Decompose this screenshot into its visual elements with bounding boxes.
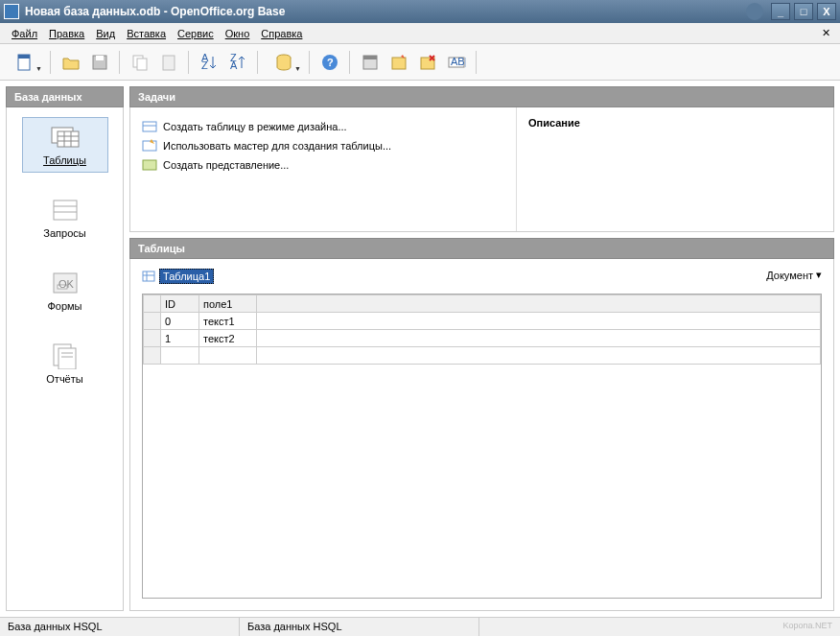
maximize-button[interactable]: □	[794, 3, 813, 20]
svg-text:AB|: AB|	[451, 56, 466, 67]
menu-insert[interactable]: Вставка	[121, 26, 172, 41]
svg-rect-36	[143, 122, 156, 131]
svg-rect-33	[58, 348, 76, 369]
tasks-list: Создать таблицу в режиме дизайна... Испо…	[130, 107, 517, 231]
svg-text:A: A	[230, 59, 238, 71]
table-row[interactable]: 1 текст2	[144, 330, 821, 347]
cell-id[interactable]: 1	[161, 330, 199, 347]
form-button[interactable]	[357, 49, 384, 76]
menu-view[interactable]: Вид	[90, 26, 121, 41]
nav-tables[interactable]: Таблицы	[22, 117, 108, 173]
separator	[476, 51, 478, 74]
menu-window[interactable]: Окно	[220, 26, 256, 41]
new-doc-button[interactable]: ▼	[6, 49, 44, 76]
separator	[349, 51, 351, 74]
reports-icon	[50, 342, 81, 369]
separator	[50, 51, 52, 74]
create-view-icon	[142, 157, 157, 173]
paste-button[interactable]	[155, 49, 182, 76]
table-item[interactable]: Таблица1	[142, 269, 214, 284]
wizard-form-button[interactable]	[385, 49, 412, 76]
status-db-type: База данных HSQL	[0, 618, 240, 636]
os-logo-icon	[746, 3, 763, 20]
open-button[interactable]	[58, 49, 84, 76]
help-button[interactable]: ?	[316, 49, 343, 76]
menu-bar: Файл Правка Вид Вставка Сервис Окно Спра…	[0, 23, 840, 44]
task-create-wizard[interactable]: Использовать мастер для создания таблицы…	[142, 136, 504, 155]
menu-edit[interactable]: Правка	[43, 26, 90, 41]
help-icon: ?	[320, 53, 339, 72]
svg-rect-6	[163, 56, 175, 70]
svg-rect-39	[143, 160, 156, 170]
col-header-field1[interactable]: поле1	[199, 295, 257, 313]
table-preview: ID поле1 0 текст1 1	[142, 294, 822, 599]
wizard-icon	[389, 53, 408, 72]
nav-tables-label: Таблицы	[43, 154, 86, 166]
svg-rect-16	[392, 58, 406, 69]
db-button[interactable]: ▼	[265, 49, 303, 76]
paste-icon	[159, 53, 178, 72]
description-column: Описание	[517, 107, 833, 231]
task-create-design[interactable]: Создать таблицу в режиме дизайна...	[142, 117, 504, 136]
task-create-view[interactable]: Создать представление...	[142, 155, 504, 175]
cell-id[interactable]: 0	[161, 313, 199, 330]
database-icon	[274, 53, 293, 72]
nav-reports[interactable]: Отчёты	[22, 336, 108, 391]
nav-reports-label: Отчёты	[46, 373, 82, 385]
status-bar: База данных HSQL База данных HSQL Kopona…	[0, 617, 840, 636]
menu-file[interactable]: Файл	[6, 26, 43, 41]
menu-help[interactable]: Справка	[255, 26, 308, 41]
close-button[interactable]: X	[817, 3, 836, 20]
toolbar: ▼ AZ ZA ▼ ? AB|	[0, 44, 840, 81]
folder-open-icon	[61, 53, 81, 72]
rename-icon: AB|	[447, 53, 466, 72]
sort-desc-button[interactable]: ZA	[224, 49, 251, 76]
table-row[interactable]: 0 текст1	[144, 313, 821, 330]
window-title: Новая база данных.odb - OpenOffice.org B…	[25, 5, 746, 18]
copy-button[interactable]	[127, 49, 153, 76]
view-mode-menu[interactable]: Документ ▾	[766, 269, 822, 281]
tasks-header: Задачи	[129, 86, 834, 107]
tables-header: Таблицы	[129, 238, 834, 259]
separator	[188, 51, 190, 74]
app-icon	[4, 4, 19, 19]
cell-field1[interactable]: текст2	[199, 330, 257, 347]
rename-button[interactable]: AB|	[443, 49, 470, 76]
sidebar: База данных Таблицы Запросы OK Формы Отч…	[0, 81, 129, 617]
title-bar: Новая база данных.odb - OpenOffice.org B…	[0, 0, 840, 23]
row-selector[interactable]	[144, 347, 161, 365]
menubar-close-icon[interactable]: ✕	[818, 27, 834, 39]
tables-icon	[50, 124, 81, 151]
row-selector[interactable]	[144, 330, 161, 347]
menu-tools[interactable]: Сервис	[172, 26, 220, 41]
separator	[257, 51, 259, 74]
new-doc-icon	[15, 53, 35, 72]
minimize-button[interactable]: _	[771, 3, 790, 20]
row-selector[interactable]	[144, 313, 161, 330]
form-icon	[361, 53, 380, 72]
nav-forms-label: Формы	[47, 300, 82, 312]
row-header-blank[interactable]	[144, 295, 161, 313]
cell-field1[interactable]: текст1	[199, 313, 257, 330]
col-header-id[interactable]: ID	[161, 295, 199, 313]
delete-form-button[interactable]	[414, 49, 441, 76]
svg-text:Z: Z	[201, 59, 208, 71]
svg-rect-40	[143, 271, 154, 281]
nav-queries-label: Запросы	[43, 227, 85, 239]
table-icon	[142, 270, 155, 283]
sidebar-header: База данных	[6, 86, 124, 107]
delete-form-icon	[418, 53, 437, 72]
forms-icon: OK	[50, 270, 81, 296]
table-row-empty[interactable]	[144, 347, 821, 365]
sort-desc-icon: ZA	[228, 53, 247, 72]
svg-rect-3	[96, 56, 104, 60]
svg-rect-5	[137, 59, 147, 70]
save-button[interactable]	[86, 49, 113, 76]
sort-asc-button[interactable]: AZ	[196, 49, 222, 76]
col-header-empty[interactable]	[257, 295, 821, 313]
svg-rect-38	[143, 141, 156, 151]
nav-queries[interactable]: Запросы	[22, 190, 108, 246]
svg-rect-21	[58, 131, 79, 147]
save-icon	[90, 53, 109, 72]
nav-forms[interactable]: OK Формы	[22, 263, 108, 318]
